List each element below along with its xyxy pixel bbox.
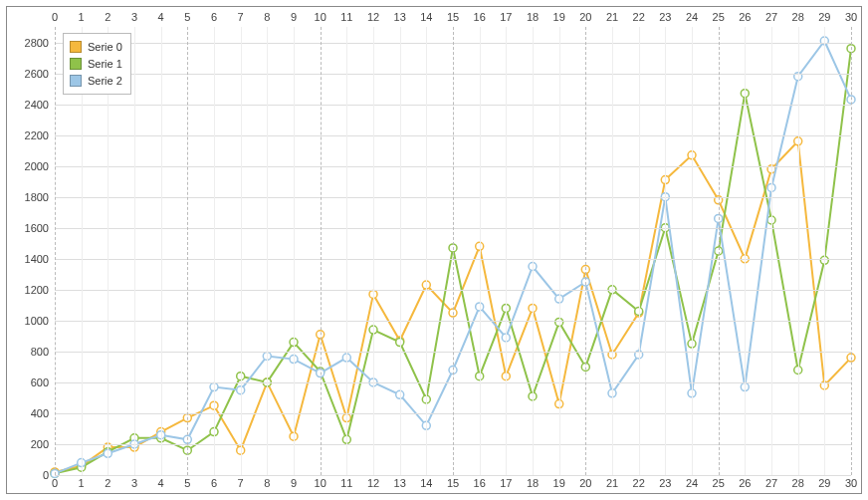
gridline-v-major [585, 27, 586, 475]
x-tick-label-top: 30 [845, 11, 857, 23]
chart-frame: Serie 0Serie 1Serie 2 020040060080010001… [6, 6, 862, 494]
y-tick-label: 0 [9, 469, 49, 481]
legend-item: Serie 1 [70, 56, 122, 72]
legend-label: Serie 0 [88, 39, 122, 55]
x-tick-label-top: 25 [713, 11, 725, 23]
x-tick-label-top: 29 [818, 11, 830, 23]
x-tick-label-bottom: 8 [264, 477, 270, 489]
x-tick-label-bottom: 16 [474, 477, 486, 489]
legend-swatch [70, 41, 82, 53]
x-tick-label-bottom: 18 [527, 477, 539, 489]
legend-label: Serie 2 [88, 73, 122, 89]
gridline-v-major [851, 27, 852, 475]
legend: Serie 0Serie 1Serie 2 [63, 33, 131, 95]
x-tick-label-bottom: 15 [447, 477, 459, 489]
x-tick-label-bottom: 9 [291, 477, 297, 489]
x-tick-label-bottom: 26 [739, 477, 751, 489]
gridline-v-minor [824, 27, 825, 475]
gridline-v-major [187, 27, 188, 475]
x-tick-label-top: 2 [105, 11, 110, 23]
x-tick-label-top: 24 [686, 11, 698, 23]
x-tick-label-bottom: 30 [845, 477, 857, 489]
gridline-h [55, 475, 851, 476]
x-tick-label-bottom: 10 [315, 477, 326, 489]
plot-area [55, 27, 851, 475]
x-tick-label-bottom: 28 [792, 477, 804, 489]
x-tick-label-top: 7 [238, 11, 244, 23]
legend-item: Serie 2 [70, 73, 122, 89]
gridline-v-minor [665, 27, 666, 475]
x-tick-label-top: 26 [739, 11, 751, 23]
x-tick-label-top: 22 [633, 11, 645, 23]
x-tick-label-top: 16 [474, 11, 486, 23]
gridline-v-major [719, 27, 720, 475]
x-tick-label-bottom: 19 [553, 477, 565, 489]
x-tick-label-bottom: 2 [105, 477, 110, 489]
x-tick-label-bottom: 0 [52, 477, 58, 489]
x-tick-label-top: 14 [420, 11, 432, 23]
y-tick-label: 600 [9, 376, 49, 388]
gridline-v-minor [745, 27, 746, 475]
gridline-v-minor [400, 27, 401, 475]
y-tick-label: 2600 [9, 68, 49, 80]
gridline-v-major [453, 27, 454, 475]
gridline-v-minor [426, 27, 427, 475]
x-tick-label-bottom: 21 [606, 477, 618, 489]
x-tick-label-top: 19 [553, 11, 565, 23]
x-tick-label-top: 9 [291, 11, 297, 23]
x-tick-label-bottom: 11 [340, 477, 352, 489]
x-tick-label-bottom: 12 [367, 477, 379, 489]
gridline-v-minor [346, 27, 347, 475]
x-tick-label-bottom: 29 [818, 477, 830, 489]
y-tick-label: 2800 [9, 37, 49, 49]
gridline-v-minor [214, 27, 215, 475]
x-tick-label-bottom: 4 [158, 477, 164, 489]
x-tick-label-top: 15 [447, 11, 459, 23]
gridline-v-minor [267, 27, 268, 475]
x-tick-label-top: 13 [394, 11, 406, 23]
y-tick-label: 2000 [9, 160, 49, 172]
gridline-v-minor [771, 27, 772, 475]
x-tick-label-top: 12 [367, 11, 379, 23]
gridline-v-minor [533, 27, 534, 475]
x-tick-label-top: 17 [500, 11, 512, 23]
x-tick-label-bottom: 5 [184, 477, 190, 489]
y-tick-label: 1600 [9, 222, 49, 234]
x-tick-label-top: 23 [659, 11, 671, 23]
x-tick-label-bottom: 7 [238, 477, 244, 489]
gridline-v-minor [798, 27, 799, 475]
x-tick-label-bottom: 23 [659, 477, 671, 489]
legend-swatch [70, 58, 82, 70]
gridline-v-minor [161, 27, 162, 475]
gridline-v-minor [559, 27, 560, 475]
x-tick-label-top: 20 [579, 11, 591, 23]
x-tick-label-bottom: 6 [211, 477, 217, 489]
legend-swatch [70, 75, 82, 87]
x-tick-label-top: 1 [79, 11, 85, 23]
x-tick-label-top: 27 [765, 11, 777, 23]
legend-label: Serie 1 [88, 56, 122, 72]
gridline-v-major [321, 27, 322, 475]
x-tick-label-bottom: 25 [713, 477, 725, 489]
x-tick-label-bottom: 14 [420, 477, 432, 489]
y-tick-label: 2200 [9, 129, 49, 141]
y-tick-label: 800 [9, 346, 49, 358]
x-tick-label-top: 4 [158, 11, 164, 23]
x-tick-label-bottom: 3 [131, 477, 137, 489]
y-tick-label: 1200 [9, 284, 49, 296]
x-tick-label-top: 21 [606, 11, 618, 23]
x-tick-label-top: 6 [211, 11, 217, 23]
x-tick-label-bottom: 24 [686, 477, 698, 489]
gridline-v-major [55, 27, 56, 475]
y-tick-label: 400 [9, 407, 49, 419]
gridline-v-minor [480, 27, 481, 475]
x-tick-label-top: 0 [52, 11, 58, 23]
legend-item: Serie 0 [70, 39, 122, 55]
x-tick-label-top: 10 [315, 11, 326, 23]
x-tick-label-bottom: 27 [765, 477, 777, 489]
x-tick-label-bottom: 13 [394, 477, 406, 489]
x-tick-label-top: 5 [184, 11, 190, 23]
gridline-v-minor [134, 27, 135, 475]
gridline-v-minor [639, 27, 640, 475]
gridline-v-minor [294, 27, 295, 475]
